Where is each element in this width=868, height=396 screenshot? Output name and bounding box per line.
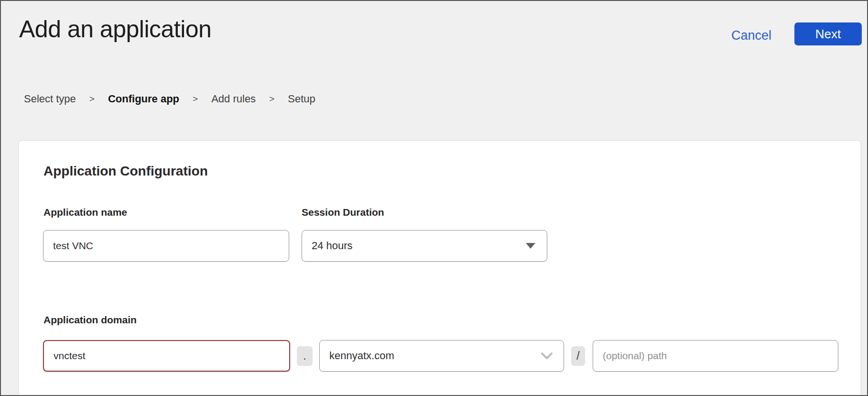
cancel-button[interactable]: Cancel xyxy=(731,28,771,43)
card-heading: Application Configuration xyxy=(43,164,208,179)
step-add-rules[interactable]: Add rules xyxy=(211,93,256,105)
app-window: Add an application Cancel Next Select ty… xyxy=(0,0,868,396)
domain-select-value: kennyatx.com xyxy=(329,350,541,362)
session-duration-value: 24 hours xyxy=(312,240,526,252)
session-duration-select[interactable]: 24 hours xyxy=(302,230,547,262)
page-title: Add an application xyxy=(19,15,211,43)
step-separator: > xyxy=(193,94,198,104)
dot-separator-chip: . xyxy=(297,346,313,366)
next-button[interactable]: Next xyxy=(794,22,862,45)
step-select-type[interactable]: Select type xyxy=(24,93,76,105)
session-duration-label: Session Duration xyxy=(302,207,384,218)
domain-select[interactable]: kennyatx.com xyxy=(319,340,564,372)
subdomain-input[interactable] xyxy=(43,340,290,372)
step-setup[interactable]: Setup xyxy=(288,93,315,105)
caret-down-icon xyxy=(526,243,535,249)
application-name-input[interactable] xyxy=(43,230,289,262)
application-name-label: Application name xyxy=(43,207,127,218)
step-configure-app[interactable]: Configure app xyxy=(108,93,179,105)
path-input[interactable] xyxy=(593,340,838,372)
chevron-down-icon xyxy=(541,352,553,360)
slash-separator-chip: / xyxy=(571,346,585,366)
step-separator: > xyxy=(89,94,95,104)
application-domain-label: Application domain xyxy=(43,314,137,326)
application-configuration-card: Application Configuration Application na… xyxy=(18,140,861,396)
step-separator: > xyxy=(269,94,274,104)
breadcrumb: Select type > Configure app > Add rules … xyxy=(24,93,315,105)
